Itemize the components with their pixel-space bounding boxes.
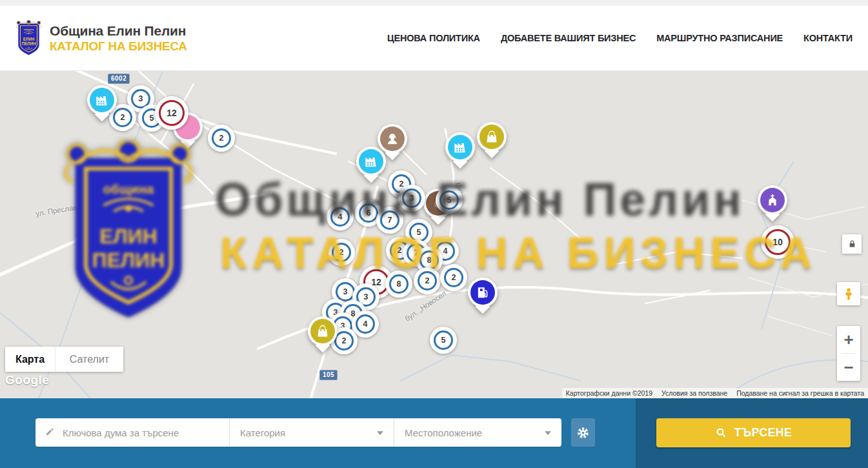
cluster-marker[interactable]: 5: [430, 327, 457, 354]
zoom-out-button[interactable]: −: [837, 354, 860, 381]
cluster-marker[interactable]: 3: [398, 185, 425, 212]
keyword-field[interactable]: [35, 418, 229, 447]
hard-hat-worker-icon: [380, 127, 405, 151]
nav-item[interactable]: МАРШРУТНО РАЗПИСАНИЕ: [656, 33, 783, 43]
location-dropdown[interactable]: Местоположение: [394, 418, 561, 447]
cluster-count: 5: [417, 228, 421, 237]
advanced-settings-button[interactable]: [571, 418, 595, 447]
cluster-ring: 8: [389, 274, 409, 294]
cluster-ring: 6: [359, 203, 378, 223]
pegman-icon: [842, 287, 856, 301]
cluster-count: 2: [219, 134, 224, 143]
cluster-count: 2: [398, 246, 402, 255]
cluster-ring: 4: [356, 314, 375, 334]
cluster-marker[interactable]: 4: [327, 203, 354, 230]
cluster-count: 3: [343, 287, 348, 296]
fuel-pump-pin-marker[interactable]: [468, 278, 498, 307]
cluster-count: 8: [397, 280, 401, 289]
location-dropdown-value: Местоположение: [405, 427, 482, 438]
category-dropdown-value: Категория: [240, 427, 285, 438]
church-pin-marker[interactable]: [758, 185, 787, 215]
nav-item[interactable]: ДОБАВЕТЕ ВАШИЯТ БИЗНЕС: [501, 33, 636, 43]
factory-pin-marker[interactable]: [87, 85, 117, 115]
cluster-count: 4: [443, 247, 448, 256]
zoom-control: + −: [837, 326, 860, 381]
cluster-marker[interactable]: 2: [440, 264, 467, 291]
cluster-marker[interactable]: 8: [385, 270, 412, 298]
cluster-count: 3: [364, 292, 368, 301]
cluster-count: 3: [139, 94, 143, 103]
zoom-in-button[interactable]: +: [837, 326, 860, 353]
cluster-count: 3: [410, 194, 414, 203]
search-button-label: ТЪРСЕНЕ: [734, 426, 792, 440]
cluster-marker[interactable]: 10: [761, 225, 794, 259]
shopping-bag-icon: [479, 125, 504, 149]
search-fields: Категория Местоположение: [35, 418, 561, 447]
svg-text:община: община: [24, 28, 34, 31]
cluster-count: 5: [441, 336, 446, 345]
cluster-marker[interactable]: 4: [352, 310, 379, 338]
nav-item[interactable]: КОНТАКТИ: [803, 33, 853, 43]
map-type-control: Карта Сателит: [5, 347, 123, 372]
map-attribution: Картографски данни ©2019 Условия за полз…: [562, 388, 868, 398]
cluster-marker[interactable]: 2: [414, 267, 441, 294]
cluster-count: 7: [388, 216, 392, 225]
cluster-ring: 2: [332, 243, 351, 262]
keyword-input[interactable]: [63, 427, 221, 438]
report-error-link[interactable]: Подаване на сигнал за грешка в картата: [736, 389, 864, 397]
cluster-ring: 4: [330, 207, 350, 227]
cluster-count: 4: [338, 212, 343, 221]
cluster-count: 6: [367, 209, 371, 218]
google-map[interactable]: 6002105ул. Преславбул. „Новоселци“ 32512…: [0, 71, 868, 398]
fuel-pump-icon: [470, 280, 495, 305]
cluster-count: 5: [150, 114, 154, 123]
google-logo[interactable]: Google: [5, 373, 49, 387]
nav-item[interactable]: ЦЕНОВА ПОЛИТИКА: [387, 33, 480, 43]
cluster-marker[interactable]: 12: [155, 96, 188, 130]
cluster-marker[interactable]: 2: [328, 239, 355, 266]
cluster-ring: 10: [765, 229, 791, 255]
search-icon: [715, 427, 727, 439]
factory-pin-marker[interactable]: [445, 132, 475, 162]
search-button[interactable]: ТЪРСЕНЕ: [656, 418, 851, 447]
cluster-marker[interactable]: 5: [436, 187, 463, 214]
svg-text:ПЕЛИН: ПЕЛИН: [21, 41, 36, 45]
terms-link[interactable]: Условия за ползване: [661, 389, 727, 397]
map-data-copyright: Картографски данни ©2019: [566, 389, 652, 397]
cluster-count: 8: [427, 256, 432, 265]
category-dropdown[interactable]: Категория: [229, 418, 394, 447]
cluster-marker[interactable]: 7: [376, 207, 403, 234]
site-header: община ЕЛИН ПЕЛИН Община Елин Пелин КАТА…: [0, 0, 868, 71]
cluster-ring: 5: [439, 190, 459, 210]
road-number-badge: 6002: [108, 74, 130, 84]
cluster-ring: 3: [402, 188, 421, 208]
pencil-icon: [45, 425, 56, 440]
cluster-count: 2: [121, 113, 125, 122]
shopping-bag-pin-marker[interactable]: [308, 316, 338, 346]
brand[interactable]: община ЕЛИН ПЕЛИН Община Елин Пелин КАТА…: [14, 20, 187, 57]
hard-hat-worker-pin-marker[interactable]: [378, 124, 407, 154]
map-type-map-button[interactable]: Карта: [5, 347, 55, 372]
cluster-ring: 2: [212, 128, 231, 148]
shopping-bag-icon: [310, 319, 335, 343]
lock-control-button[interactable]: [842, 234, 862, 254]
cluster-count: 2: [452, 273, 456, 282]
cluster-marker[interactable]: 2: [208, 125, 235, 152]
factory-pin-marker[interactable]: [356, 147, 386, 176]
gear-icon: [576, 426, 590, 440]
municipality-logo: община ЕЛИН ПЕЛИН: [14, 20, 43, 57]
factory-icon: [448, 135, 472, 159]
map-type-satellite-button[interactable]: Сателит: [55, 347, 123, 372]
shopping-bag-pin-marker[interactable]: [477, 122, 507, 152]
cluster-ring: 12: [159, 100, 185, 126]
chevron-down-icon: [545, 431, 551, 435]
lock-icon: [847, 239, 858, 250]
cluster-count: 5: [447, 196, 452, 205]
cluster-ring: 5: [434, 331, 453, 350]
factory-icon: [359, 149, 383, 174]
cluster-count: 2: [342, 336, 347, 345]
cluster-count: 10: [772, 237, 783, 247]
street-view-pegman-button[interactable]: [837, 282, 860, 305]
chevron-down-icon: [377, 431, 383, 435]
site-title: Община Елин Пелин: [50, 23, 187, 39]
